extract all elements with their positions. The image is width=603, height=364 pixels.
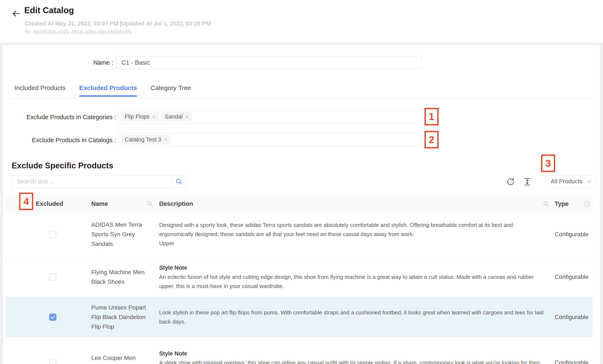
catalog-id: ID: 693f9303-e322-4916-a45a-88a16d3fe4fb	[25, 29, 132, 35]
excluded-checkbox[interactable]	[49, 314, 56, 321]
tabs-divider	[9, 98, 594, 99]
table-row: Flying Machine Men Black Shoes Style Not…	[6, 257, 592, 297]
style-note: Style Note	[159, 349, 187, 358]
col-name: Name	[91, 200, 108, 207]
col-excluded: Excluded	[36, 200, 63, 207]
search-button[interactable]	[172, 176, 186, 188]
exclude-categories-label: Exclude Products in Categories :	[3, 114, 116, 121]
name-search-icon[interactable]	[147, 201, 153, 207]
col-description: Description	[159, 200, 193, 207]
tag-label: Catalog Test 3	[125, 136, 161, 143]
excluded-checkbox[interactable]	[49, 273, 56, 281]
description-search-icon[interactable]	[543, 201, 549, 207]
filter-tag: Flip Flops×	[121, 112, 159, 121]
product-type: Configurable	[553, 212, 592, 257]
products-filter-dropdown[interactable]: All Products	[546, 175, 596, 188]
table-row: ADIDAS Men Terra Sports Syn Grey Sandals…	[6, 212, 592, 257]
name-label: Name :	[3, 59, 113, 66]
exclude-catalogs-input[interactable]: Catalog Test 3×	[118, 133, 422, 146]
tab-included-products[interactable]: Included Products	[14, 84, 66, 97]
tag-remove-icon[interactable]: ×	[152, 114, 155, 119]
page-header: Edit Catalog Created At May 31, 2022, 03…	[0, 0, 603, 43]
search-icon	[175, 178, 183, 185]
table-body: ADIDAS Men Terra Sports Syn Grey Sandals…	[6, 212, 592, 364]
annotation-3: 3	[541, 154, 555, 172]
annotation-1: 1	[425, 108, 439, 125]
product-name: ADIDAS Men Terra Sports Syn Grey Sandals	[91, 220, 142, 249]
tag-label: Flip Flops	[125, 113, 150, 120]
product-search-bar	[12, 175, 186, 188]
product-name: Puma Unisex Popart Flip Black Dandelion …	[91, 303, 146, 331]
tag-remove-icon[interactable]: ×	[185, 114, 188, 119]
excluded-checkbox[interactable]	[49, 359, 56, 364]
product-description: Look stylish in these pop art flip flops…	[157, 297, 553, 337]
catalog-form-card: Name : C1 - Basic Included Products Excl…	[3, 45, 600, 364]
row-height-icon[interactable]	[522, 176, 533, 187]
tag-label: Sandal	[165, 113, 183, 120]
exclude-catalogs-label: Exclude Products in Catalogs :	[3, 137, 116, 144]
exclude-categories-input[interactable]: Flip Flops×Sandal×	[118, 110, 422, 123]
products-table: Excluded Name Description Type	[6, 196, 592, 364]
col-type: Type	[555, 200, 569, 207]
chevron-down-icon	[587, 179, 592, 183]
check-icon	[50, 315, 55, 320]
tab-excluded-products[interactable]: Excluded Products	[79, 84, 137, 97]
annotation-4: 4	[19, 193, 33, 210]
product-description: Style Note An eclectic fusion of hot sty…	[157, 257, 553, 297]
refresh-icon[interactable]	[505, 176, 516, 187]
tab-bar: Included Products Excluded Products Cate…	[14, 84, 191, 97]
product-description: Designed with a sporty look, these adida…	[157, 212, 553, 257]
products-filter-value: All Products	[551, 178, 582, 185]
product-type: Configurable	[553, 257, 592, 297]
page-title: Edit Catalog	[24, 6, 74, 15]
style-note: Style Note	[159, 263, 187, 272]
back-arrow-icon[interactable]	[11, 9, 21, 19]
name-value: C1 - Basic	[121, 59, 150, 66]
filter-tag: Catalog Test 3×	[121, 135, 170, 144]
name-input[interactable]: C1 - Basic	[116, 56, 422, 69]
product-name: Lee Cooper Men White Shoes	[91, 353, 136, 364]
product-description: Style Note A sleek shoe with minimal ove…	[157, 337, 553, 364]
filter-tag: Sandal×	[162, 112, 191, 121]
product-name: Flying Machine Men Black Shoes	[91, 267, 145, 286]
created-updated-meta: Created At May 31, 2022, 03:07 PM |Updat…	[25, 20, 211, 27]
annotation-2: 2	[425, 131, 439, 148]
table-header: Excluded Name Description Type	[6, 196, 592, 212]
table-row: Puma Unisex Popart Flip Black Dandelion …	[6, 297, 592, 337]
exclude-specific-products-title: Exclude Specific Products	[12, 161, 113, 170]
tab-category-tree[interactable]: Category Tree	[151, 84, 191, 97]
excluded-checkbox[interactable]	[49, 231, 56, 238]
search-input[interactable]	[12, 176, 172, 188]
product-type: Configurable	[553, 297, 592, 337]
table-row: Lee Cooper Men White Shoes Style Note A …	[6, 337, 592, 364]
product-type: Configurable	[553, 337, 592, 364]
tag-remove-icon[interactable]: ×	[164, 137, 167, 142]
type-filter-icon[interactable]	[583, 200, 591, 208]
